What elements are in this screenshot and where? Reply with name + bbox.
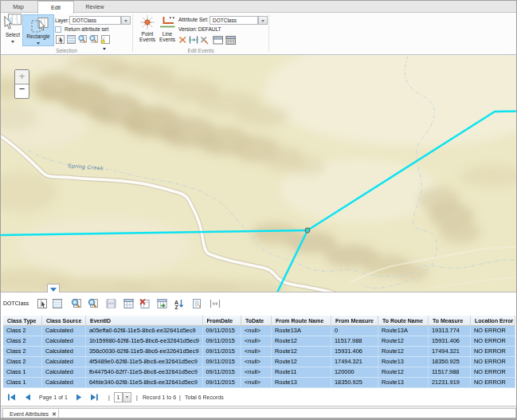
svg-text:Z: Z: [175, 304, 179, 310]
